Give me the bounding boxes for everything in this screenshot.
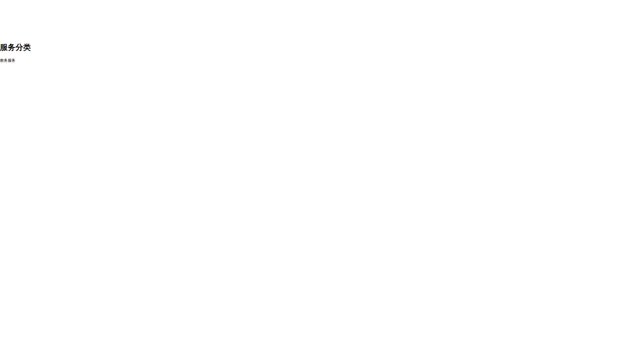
portal-page: { "page": { "title": "服务分类" }, "colors":… [0, 0, 644, 362]
section-jiaowu: 教务服务 查看更多 学生休学申请 学生复学申请 [0, 58, 644, 362]
main-content: 服务分类 教务服务 查看更多 学生休学申请 学生复学申请 [0, 42, 644, 362]
page-title: 服务分类 [0, 42, 644, 53]
icon-definitions: September 1 [0, 0, 72, 36]
category-title: 教务服务 [0, 58, 644, 63]
category-block-jiaowu: 教务服务 查看更多 [0, 58, 644, 362]
content-panel: 服务分类 教务服务 查看更多 学生休学申请 学生复学申请 [0, 42, 644, 362]
